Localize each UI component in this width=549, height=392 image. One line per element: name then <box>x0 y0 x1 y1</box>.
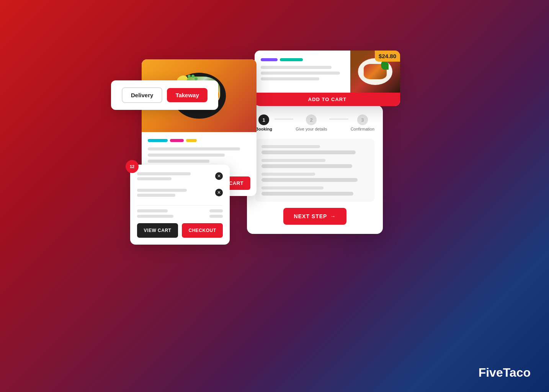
pea-art-2 <box>194 77 198 80</box>
form-long-3 <box>261 178 358 182</box>
cart-total-row-2 <box>137 215 223 218</box>
form-long-2 <box>261 164 352 168</box>
product-add-to-cart-button[interactable]: ADD TO CART <box>255 93 400 106</box>
cart-card: 12 ✕ ✕ <box>130 165 230 245</box>
cart-item-2-row: ✕ <box>137 189 223 200</box>
form-row-2 <box>261 159 368 168</box>
form-short-4 <box>261 186 324 189</box>
cart-item-2-line1 <box>137 189 187 192</box>
product-top: $24.80 <box>255 51 400 93</box>
total-val-1 <box>209 209 223 212</box>
product-color-tags <box>261 58 344 61</box>
form-short-2 <box>261 159 325 162</box>
booking-card: 1 Booking 2 Give your details 3 Confirma… <box>247 105 383 234</box>
step-1-circle: 1 <box>258 114 269 125</box>
next-step-wrap: NEXT STEP → <box>255 208 374 225</box>
tag-yellow <box>186 139 197 142</box>
pea-art <box>191 75 194 78</box>
cart-actions: VIEW CART CHECKOUT <box>137 223 223 238</box>
food-line-1 <box>148 147 240 150</box>
product-price-badge: $24.80 <box>375 51 400 62</box>
cart-totals <box>137 205 223 218</box>
delivery-button[interactable]: Delivery <box>122 87 162 103</box>
cart-item-1-row: ✕ <box>137 172 223 183</box>
step-3-circle: 3 <box>357 114 368 125</box>
step-2-item: 2 Give your details <box>296 114 327 131</box>
step-line-1 <box>274 119 293 119</box>
tag-pink <box>170 139 184 142</box>
form-long-1 <box>261 150 356 154</box>
step-3-label: Confirmation <box>351 127 374 131</box>
brand-name: FiveTaco <box>479 366 531 379</box>
cart-item-2-close[interactable]: ✕ <box>215 189 223 196</box>
product-line-2 <box>261 72 340 75</box>
product-image-wrap: $24.80 <box>350 51 400 93</box>
total-val-2 <box>209 215 223 218</box>
form-short-1 <box>261 145 320 148</box>
cart-item-1-line1 <box>137 172 191 175</box>
cart-item-1-line2 <box>137 177 172 180</box>
checkout-button[interactable]: CHECKOUT <box>182 223 223 238</box>
brand-logo: FiveTaco <box>479 366 531 380</box>
step-3-item: 3 Confirmation <box>351 114 374 131</box>
step-1-item: 1 Booking <box>255 114 272 131</box>
step-2-label: Give your details <box>296 127 327 131</box>
product-tag-teal <box>280 58 303 61</box>
step-2-circle: 2 <box>306 114 317 125</box>
tag-cyan <box>148 139 168 142</box>
form-row-3 <box>261 173 368 182</box>
next-step-arrow: → <box>330 213 336 219</box>
cart-item-2-line2 <box>137 194 175 197</box>
takeway-button[interactable]: Takeway <box>167 88 207 102</box>
product-card: $24.80 ADD TO CART <box>255 51 400 106</box>
delivery-takeway-card: Delivery Takeway <box>111 80 218 110</box>
booking-form <box>255 139 374 202</box>
form-row-4 <box>261 186 368 196</box>
total-label-1 <box>137 209 168 212</box>
cart-badge: 12 <box>126 160 139 173</box>
cart-total-row-1 <box>137 209 223 212</box>
product-line-1 <box>261 66 332 69</box>
product-line-3 <box>261 77 319 80</box>
color-tags <box>148 139 250 142</box>
form-row-1 <box>261 145 368 154</box>
food-line-3 <box>148 160 209 163</box>
cart-badge-count: 12 <box>130 164 134 169</box>
food-line-2 <box>148 154 225 157</box>
product-info <box>255 51 350 93</box>
cart-item-1: ✕ <box>137 172 223 183</box>
steps-header: 1 Booking 2 Give your details 3 Confirma… <box>255 114 374 131</box>
form-short-3 <box>261 173 315 176</box>
total-label-2 <box>137 215 173 218</box>
plate-art <box>358 58 392 85</box>
cart-item-1-close[interactable]: ✕ <box>215 172 223 180</box>
step-1-label: Booking <box>255 127 272 131</box>
pea-art-3 <box>188 75 191 78</box>
product-tag-purple <box>261 58 278 61</box>
form-long-4 <box>261 192 353 196</box>
step-line-2 <box>329 119 348 119</box>
next-step-label: NEXT STEP <box>294 213 327 219</box>
view-cart-button[interactable]: VIEW CART <box>137 223 178 238</box>
next-step-button[interactable]: NEXT STEP → <box>283 208 347 225</box>
cart-item-2: ✕ <box>137 189 223 200</box>
